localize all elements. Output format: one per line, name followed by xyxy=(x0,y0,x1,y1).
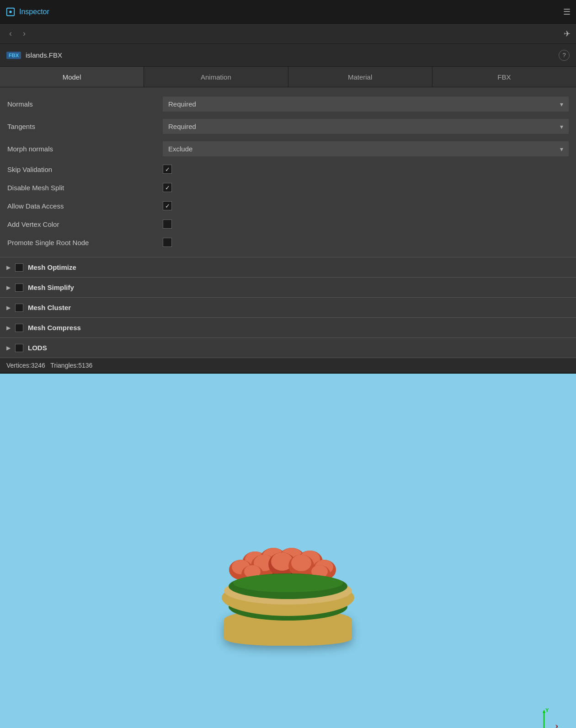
tab-material[interactable]: Material xyxy=(288,67,432,87)
tangents-label: Tangents xyxy=(7,123,163,130)
tab-model[interactable]: Model xyxy=(0,67,144,87)
promote-single-root-control[interactable] xyxy=(163,238,569,247)
normals-dropdown-wrapper[interactable]: Required Import Calculate None xyxy=(163,96,569,112)
mesh-compress-checkbox[interactable] xyxy=(15,324,23,332)
mesh-cluster-checkbox[interactable] xyxy=(15,304,23,312)
mesh-cluster-section[interactable]: ▶ Mesh Cluster xyxy=(0,297,576,317)
mesh-compress-section[interactable]: ▶ Mesh Compress xyxy=(0,317,576,337)
vertices-label: Vertices:3246 Triangles:5136 xyxy=(6,362,92,369)
mesh-simplify-title: Mesh Simplify xyxy=(28,284,74,291)
svg-point-1 xyxy=(9,11,12,13)
disable-mesh-split-checkbox[interactable] xyxy=(163,183,172,192)
inspector-icon xyxy=(5,7,16,17)
lods-arrow: ▶ xyxy=(6,345,11,351)
disable-mesh-split-label: Disable Mesh Split xyxy=(7,184,163,192)
morph-normals-control[interactable]: Exclude Include xyxy=(163,141,569,156)
add-vertex-color-label: Add Vertex Color xyxy=(7,220,163,228)
skip-validation-control[interactable] xyxy=(163,165,569,174)
lods-title: LODS xyxy=(28,344,47,352)
add-vertex-color-checkbox[interactable] xyxy=(163,219,172,229)
allow-data-access-control[interactable] xyxy=(163,201,569,210)
skip-validation-checkbox[interactable] xyxy=(163,165,172,174)
normals-row: Normals Required Import Calculate None xyxy=(0,93,576,115)
axes-indicator: Y X Z xyxy=(530,707,558,728)
mesh-compress-arrow: ▶ xyxy=(6,325,11,331)
mesh-optimize-arrow: ▶ xyxy=(6,264,11,271)
mesh-optimize-title: Mesh Optimize xyxy=(28,263,76,271)
file-name: islands.FBX xyxy=(26,51,62,59)
inspector-title: Inspector xyxy=(19,8,49,16)
morph-normals-dropdown-wrapper[interactable]: Exclude Include xyxy=(163,141,569,156)
menu-icon[interactable]: ☰ xyxy=(563,7,571,17)
file-info: FBX islands.FBX xyxy=(6,51,62,59)
viewport: Y X Z xyxy=(0,374,576,728)
tangents-row: Tangents Required Import Calculate None xyxy=(0,115,576,138)
svg-text:Y: Y xyxy=(545,707,549,713)
mesh-simplify-checkbox[interactable] xyxy=(15,284,23,292)
tangents-dropdown[interactable]: Required Import Calculate None xyxy=(163,119,569,134)
top-bar-left: Inspector xyxy=(5,7,49,17)
settings-panel: Normals Required Import Calculate None T… xyxy=(0,87,576,257)
help-button[interactable]: ? xyxy=(559,50,570,61)
tangents-control[interactable]: Required Import Calculate None xyxy=(163,119,569,134)
lods-checkbox[interactable] xyxy=(15,344,23,352)
normals-control[interactable]: Required Import Calculate None xyxy=(163,96,569,112)
disable-mesh-split-control[interactable] xyxy=(163,183,569,192)
stats-bar: Vertices:3246 Triangles:5136 xyxy=(0,358,576,374)
add-vertex-color-row: Add Vertex Color xyxy=(0,215,576,233)
svg-text:X: X xyxy=(555,724,558,728)
forward-button[interactable]: › xyxy=(19,27,29,40)
skip-validation-row: Skip Validation xyxy=(0,160,576,178)
mesh-cluster-title: Mesh Cluster xyxy=(28,304,71,311)
tab-fbx[interactable]: FBX xyxy=(432,67,576,87)
mesh-simplify-section[interactable]: ▶ Mesh Simplify xyxy=(0,277,576,297)
tabs-bar: Model Animation Material FBX xyxy=(0,67,576,87)
mesh-compress-title: Mesh Compress xyxy=(28,324,81,332)
morph-normals-label: Morph normals xyxy=(7,145,163,153)
skip-validation-label: Skip Validation xyxy=(7,166,163,173)
top-bar: Inspector ☰ xyxy=(0,0,576,24)
island-scene xyxy=(210,499,366,646)
axes-svg: Y X Z xyxy=(530,707,558,728)
fbx-badge: FBX xyxy=(6,52,21,59)
promote-single-root-row: Promote Single Root Node xyxy=(0,233,576,252)
mesh-optimize-section[interactable]: ▶ Mesh Optimize xyxy=(0,257,576,277)
lods-section[interactable]: ▶ LODS xyxy=(0,337,576,358)
nav-buttons: ‹ › xyxy=(5,27,29,40)
normals-dropdown[interactable]: Required Import Calculate None xyxy=(163,96,569,112)
svg-point-38 xyxy=(233,574,343,592)
svg-point-25 xyxy=(291,555,311,571)
mesh-cluster-arrow: ▶ xyxy=(6,305,11,311)
promote-single-root-label: Promote Single Root Node xyxy=(7,239,163,246)
mesh-simplify-arrow: ▶ xyxy=(6,284,11,291)
tangents-dropdown-wrapper[interactable]: Required Import Calculate None xyxy=(163,119,569,134)
morph-normals-dropdown[interactable]: Exclude Include xyxy=(163,141,569,156)
normals-label: Normals xyxy=(7,100,163,108)
mesh-optimize-checkbox[interactable] xyxy=(15,263,23,272)
allow-data-access-checkbox[interactable] xyxy=(163,201,172,210)
tab-animation[interactable]: Animation xyxy=(144,67,288,87)
trees-svg xyxy=(210,495,366,623)
nav-bar: ‹ › ✈ xyxy=(0,24,576,44)
back-button[interactable]: ‹ xyxy=(5,27,16,40)
promote-single-root-checkbox[interactable] xyxy=(163,238,172,247)
disable-mesh-split-row: Disable Mesh Split xyxy=(0,178,576,197)
morph-normals-row: Morph normals Exclude Include xyxy=(0,138,576,160)
file-header: FBX islands.FBX ? xyxy=(0,44,576,67)
allow-data-access-label: Allow Data Access xyxy=(7,202,163,210)
allow-data-access-row: Allow Data Access xyxy=(0,197,576,215)
pin-icon[interactable]: ✈ xyxy=(564,29,571,39)
add-vertex-color-control[interactable] xyxy=(163,219,569,229)
